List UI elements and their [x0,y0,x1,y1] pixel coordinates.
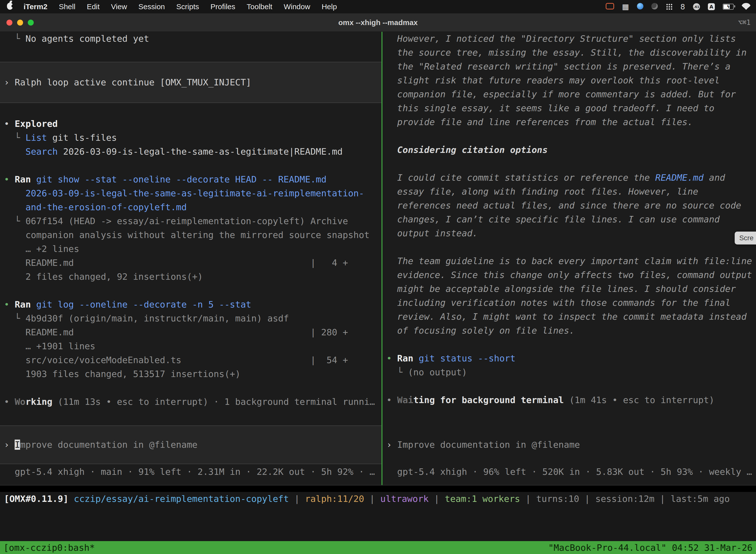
right-prompt-box[interactable]: › Improve documentation in @filename [382,426,756,464]
explored-list-line: └ List git ls-files [0,131,381,145]
keyboard-grid-icon[interactable]: ▦ [622,3,629,10]
menu-session[interactable]: Session [133,2,171,11]
battery-meter-icon[interactable]: .61 [693,3,700,10]
menu-window[interactable]: Window [278,2,316,11]
reasoning-line: review. Also, I might want to inspect th… [382,310,756,324]
tmux-session-info: [omx-cczip0:bash* [3,541,95,554]
blank-line [0,103,381,117]
reasoning-line: changes, I can’t cite specific file line… [382,213,756,226]
window-controls [0,19,34,25]
waiting-status-line: • Waiting for background terminal (1m 41… [382,393,756,407]
explored-header-line: • Explored [0,117,381,131]
explored-search-line: Search 2026-03-09-is-legal-the-same-as-l… [0,145,381,159]
working-status-line: • Working (11m 13s • esc to interrupt) ·… [0,395,381,409]
reasoning-line: might be acceptable alongside the file l… [382,282,756,296]
zoom-window-button[interactable] [28,19,34,25]
menubar-left: iTerm2ShellEditViewSessionScriptsProfile… [4,2,342,11]
git-show-commit-wrap-line: companion analysis without altering the … [0,228,381,242]
blank-line [0,46,381,62]
blank-line [0,159,381,172]
ran-git-status-line: • Ran git status --short [382,351,756,365]
right-terminal-pane[interactable]: However, I noticed the "Directory Struct… [382,32,756,485]
agents-note-line: └ No agents completed yet [0,32,381,46]
menu-view[interactable]: View [106,2,133,11]
git-show-summary-line: 2 files changed, 92 insertions(+) [0,270,381,284]
ralph-loop-inject-line: › Ralph loop active continue [OMX_TMUX_I… [0,62,381,103]
right-pane-lines: However, I noticed the "Directory Struct… [382,32,756,407]
reasoning-line: provide file and line references from th… [382,115,756,129]
tmux-status-bar: [omx-cczip0:bash* "MacBook-Pro-44.local"… [0,541,756,554]
reasoning-line: output instead. [382,226,756,240]
reasoning-line: this single essay, it seems like a good … [382,101,756,115]
git-show-more-lines: … +2 lines [0,242,381,256]
menu-edit[interactable]: Edit [81,2,106,11]
menu-profiles[interactable]: Profiles [205,2,241,11]
git-status-output-line: └ (no output) [382,365,756,379]
git-log-commit-line: └ 4b9d30f (origin/main, instructkr/main,… [0,312,381,325]
git-show-arg-wrap-line: and-the-erosion-of-copyleft.md [0,200,381,214]
omx-status-region: [OMX#0.11.9] cczip/essay/ai-reimplementa… [0,492,756,541]
git-show-stat-readme-line: README.md | 4 + [0,256,381,270]
reasoning-line: the "Related research writing" section i… [382,60,756,73]
blue-app-icon[interactable] [637,3,643,10]
window-titlebar[interactable]: omx --xhigh --madmax ⌥⌘1 [0,13,756,32]
ran-git-log-line: • Ran git log --oneline --decorate -n 5 … [0,297,381,312]
ran-git-show-line: • Ran git show --stat --oneline --decora… [0,172,381,186]
left-status-line: gpt-5.4 xhigh · main · 91% left · 2.31M … [0,465,381,479]
menubar-menus: iTerm2ShellEditViewSessionScriptsProfile… [18,2,342,11]
right-prompt-line[interactable]: › Improve documentation in @filename [382,438,580,452]
blank-line [382,240,756,254]
window-title: omx --xhigh --madmax [0,18,756,27]
menu-iterm2[interactable]: iTerm2 [18,2,53,11]
reasoning-line: I could cite commit statistics or refere… [382,171,756,185]
close-window-button[interactable] [6,19,12,25]
right-status-line: gpt-5.4 xhigh · 96% left · 520K in · 5.8… [382,465,756,479]
git-log-summary-line: 1903 files changed, 513517 insertions(+) [0,367,381,381]
git-show-arg-wrap-line: 2026-03-09-is-legal-the-same-as-legitima… [0,186,381,200]
menu-help[interactable]: Help [316,2,343,11]
input-source-icon[interactable]: A [708,3,715,10]
reasoning-line: evidence. Since this change only affects… [382,268,756,282]
left-pane-lines: └ No agents completed yet› Ralph loop ac… [0,32,381,409]
reasoning-line: references need actual files, and since … [382,199,756,213]
minimize-window-button[interactable] [17,19,23,25]
reasoning-line: companion file, especially if more comme… [382,88,756,101]
battery-icon[interactable]: ϟ [723,4,734,10]
git-log-stat-readme-line: README.md | 280 + [0,325,381,339]
left-prompt-line[interactable]: › Improve documentation in @filename [0,438,197,452]
menu-shell[interactable]: Shell [53,2,81,11]
blank-line [382,379,756,393]
terminal-area: └ No agents completed yet› Ralph loop ac… [0,32,756,486]
git-show-commit-line: └ 067f154 (HEAD -> essay/ai-reimplementa… [0,214,381,228]
dark-app-icon[interactable] [651,3,658,10]
blank-line [382,338,756,351]
reasoning-line: However, I noticed the "Directory Struct… [382,32,756,46]
menu-scripts[interactable]: Scripts [171,2,205,11]
dots-grid-icon[interactable] [666,3,673,11]
blank-line [0,284,381,297]
blank-line [382,157,756,171]
menubar: iTerm2ShellEditViewSessionScriptsProfile… [0,0,756,13]
menubar-status-icons: ▦8.61Aϟ [606,2,752,11]
git-log-more-lines: … +1901 lines [0,339,381,353]
git-log-stat-voice-line: src/voice/voiceModeEnabled.ts | 54 + [0,353,381,367]
window-shortcut-badge: ⌥⌘1 [738,18,751,26]
blank-line [0,381,381,395]
figure-eight-icon[interactable]: 8 [680,2,685,11]
screen-recording-icon[interactable] [606,3,614,10]
omx-status-line: [OMX#0.11.9] cczip/essay/ai-reimplementa… [0,492,756,506]
blank-line [382,129,756,143]
apple-menu-icon[interactable] [4,3,18,11]
reasoning-line: of focusing solely on file lines. [382,324,756,338]
tmux-host-time: "MacBook-Pro-44.local" 04:52 31-Mar-26 [548,541,753,554]
menu-toolbelt[interactable]: Toolbelt [241,2,278,11]
wifi-icon[interactable] [742,3,751,11]
left-terminal-pane[interactable]: └ No agents completed yet› Ralph loop ac… [0,32,381,485]
left-prompt-box[interactable]: › Improve documentation in @filename [0,426,381,464]
reasoning-line: The team guideline is to back every impo… [382,254,756,268]
reasoning-line: essay file, along with finding root file… [382,185,756,199]
reasoning-line: slight risk that future readers may over… [382,73,756,88]
screen-overlay-button[interactable]: Scre [735,232,756,244]
reasoning-heading-line: Considering citation options [382,143,756,157]
reasoning-line: the source tree, missing the essay. Stil… [382,46,756,60]
